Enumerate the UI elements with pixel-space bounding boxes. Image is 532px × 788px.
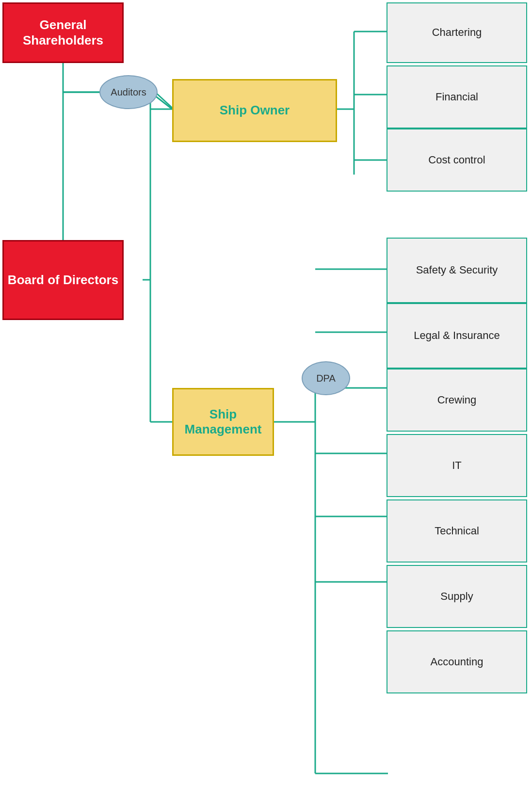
ship-owner-box: Ship Owner [172,79,337,142]
svg-line-7 [155,92,174,109]
general-shareholders-box: General Shareholders [2,2,124,63]
auditors-ellipse: Auditors [99,75,158,109]
ship-management-box: Ship Management [172,388,274,456]
org-chart: General Shareholders Auditors Board of D… [0,0,532,788]
crewing-box: Crewing [387,369,527,432]
it-box: IT [387,434,527,497]
cost-control-box: Cost control [387,129,527,192]
legal-insurance-box: Legal & Insurance [387,303,527,369]
financial-box: Financial [387,65,527,129]
technical-box: Technical [387,499,527,563]
chartering-box: Chartering [387,2,527,63]
supply-box: Supply [387,565,527,628]
board-of-directors-box: Board of Directors [2,240,124,320]
safety-security-box: Safety & Security [387,238,527,303]
dpa-ellipse: DPA [302,361,350,395]
accounting-box: Accounting [387,630,527,693]
